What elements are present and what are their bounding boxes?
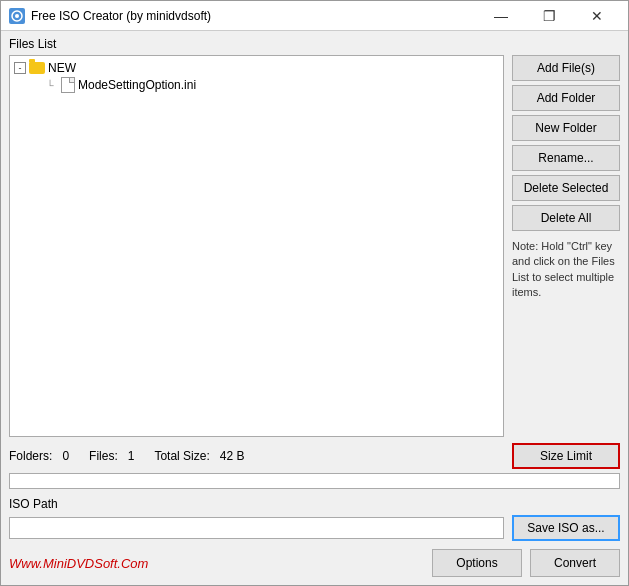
status-row-wrapper: Folders: 0 Files: 1 Total Size: 42 B: [9, 443, 620, 469]
progress-bar: [9, 473, 620, 489]
files-value: 1: [128, 449, 135, 463]
iso-path-input[interactable]: [9, 517, 504, 539]
new-folder-button[interactable]: New Folder: [512, 115, 620, 141]
action-buttons: Options Convert: [432, 549, 620, 577]
tree-children: └ ModeSettingOption.ini: [42, 76, 499, 94]
size-limit-button[interactable]: Size Limit: [512, 443, 620, 469]
status-info: Folders: 0 Files: 1 Total Size: 42 B: [9, 449, 245, 463]
main-window: Free ISO Creator (by minidvdsoft) — ❐ ✕ …: [0, 0, 629, 586]
svg-point-1: [15, 14, 19, 18]
total-size-label: Total Size: 42 B: [154, 449, 244, 463]
iso-path-row: Save ISO as...: [9, 515, 620, 541]
rename-button[interactable]: Rename...: [512, 145, 620, 171]
main-area: - NEW └ ModeSettingOption.ini Add File(s…: [9, 55, 620, 437]
tree-expand-icon[interactable]: -: [14, 62, 26, 74]
bottom-section: Folders: 0 Files: 1 Total Size: 42 B: [9, 443, 620, 577]
title-bar: Free ISO Creator (by minidvdsoft) — ❐ ✕: [1, 1, 628, 31]
options-button[interactable]: Options: [432, 549, 522, 577]
app-icon: [9, 8, 25, 24]
progress-section: [9, 473, 620, 489]
minimize-button[interactable]: —: [478, 1, 524, 31]
convert-button[interactable]: Convert: [530, 549, 620, 577]
note-text: Note: Hold "Ctrl" key and click on the F…: [512, 239, 620, 301]
delete-selected-button[interactable]: Delete Selected: [512, 175, 620, 201]
add-files-button[interactable]: Add File(s): [512, 55, 620, 81]
tree-child-item[interactable]: └ ModeSettingOption.ini: [42, 76, 499, 94]
tree-root-label: NEW: [48, 61, 76, 75]
folders-value: 0: [62, 449, 69, 463]
title-bar-left: Free ISO Creator (by minidvdsoft): [9, 8, 211, 24]
restore-button[interactable]: ❐: [526, 1, 572, 31]
folders-label: Folders: 0: [9, 449, 69, 463]
files-label: Files: 1: [89, 449, 134, 463]
iso-path-label: ISO Path: [9, 497, 620, 511]
tree-root-item[interactable]: - NEW: [14, 60, 499, 76]
watermark-text: Www.MiniDVDSoft.Com: [9, 556, 148, 571]
file-icon: [61, 77, 75, 93]
delete-all-button[interactable]: Delete All: [512, 205, 620, 231]
title-buttons: — ❐ ✕: [478, 1, 620, 31]
tree-child-label: ModeSettingOption.ini: [78, 78, 196, 92]
tree-panel[interactable]: - NEW └ ModeSettingOption.ini: [9, 55, 504, 437]
folder-icon: [29, 62, 45, 74]
total-size-value: 42 B: [220, 449, 245, 463]
add-folder-button[interactable]: Add Folder: [512, 85, 620, 111]
save-iso-button[interactable]: Save ISO as...: [512, 515, 620, 541]
tree-connector: └: [42, 77, 58, 93]
files-list-label: Files List: [9, 37, 620, 51]
buttons-panel: Add File(s) Add Folder New Folder Rename…: [512, 55, 620, 437]
content-area: Files List - NEW └ ModeSettingOption.ini: [1, 31, 628, 585]
window-title: Free ISO Creator (by minidvdsoft): [31, 9, 211, 23]
bottom-bar: Www.MiniDVDSoft.Com Options Convert: [9, 549, 620, 577]
close-button[interactable]: ✕: [574, 1, 620, 31]
